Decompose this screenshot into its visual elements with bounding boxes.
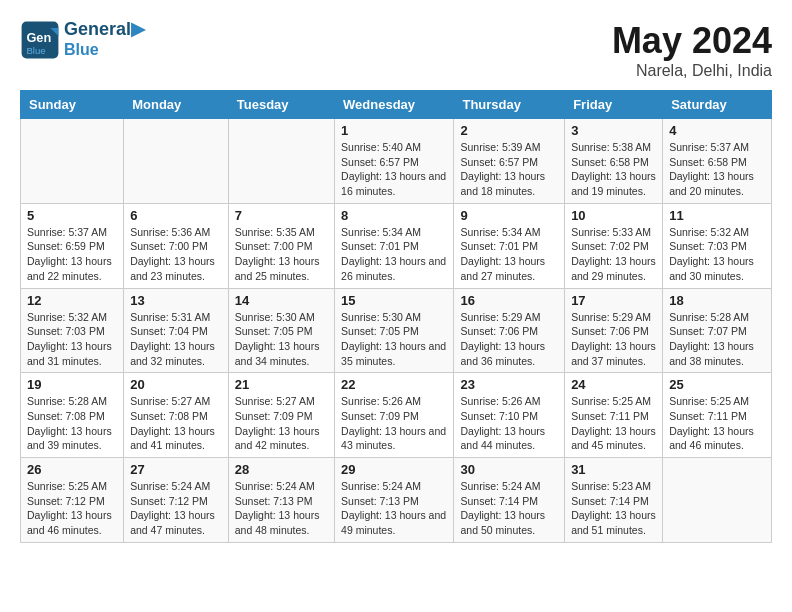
day-number: 6 xyxy=(130,208,222,223)
day-number: 20 xyxy=(130,377,222,392)
calendar-day-cell xyxy=(124,119,229,204)
day-number: 27 xyxy=(130,462,222,477)
day-number: 28 xyxy=(235,462,328,477)
calendar-week-row: 19Sunrise: 5:28 AMSunset: 7:08 PMDayligh… xyxy=(21,373,772,458)
day-number: 25 xyxy=(669,377,765,392)
calendar-week-row: 1Sunrise: 5:40 AMSunset: 6:57 PMDaylight… xyxy=(21,119,772,204)
calendar-day-cell: 5Sunrise: 5:37 AMSunset: 6:59 PMDaylight… xyxy=(21,203,124,288)
day-number: 10 xyxy=(571,208,656,223)
day-number: 21 xyxy=(235,377,328,392)
day-sun-info: Sunrise: 5:29 AMSunset: 7:06 PMDaylight:… xyxy=(571,310,656,369)
calendar-day-cell: 26Sunrise: 5:25 AMSunset: 7:12 PMDayligh… xyxy=(21,458,124,543)
calendar-day-cell: 25Sunrise: 5:25 AMSunset: 7:11 PMDayligh… xyxy=(663,373,772,458)
day-sun-info: Sunrise: 5:28 AMSunset: 7:08 PMDaylight:… xyxy=(27,394,117,453)
day-sun-info: Sunrise: 5:37 AMSunset: 6:59 PMDaylight:… xyxy=(27,225,117,284)
calendar-day-cell: 19Sunrise: 5:28 AMSunset: 7:08 PMDayligh… xyxy=(21,373,124,458)
day-sun-info: Sunrise: 5:25 AMSunset: 7:11 PMDaylight:… xyxy=(669,394,765,453)
day-number: 30 xyxy=(460,462,558,477)
day-sun-info: Sunrise: 5:26 AMSunset: 7:10 PMDaylight:… xyxy=(460,394,558,453)
calendar-day-cell xyxy=(663,458,772,543)
calendar-day-cell: 2Sunrise: 5:39 AMSunset: 6:57 PMDaylight… xyxy=(454,119,565,204)
day-number: 1 xyxy=(341,123,447,138)
calendar-header-row: SundayMondayTuesdayWednesdayThursdayFrid… xyxy=(21,91,772,119)
day-number: 31 xyxy=(571,462,656,477)
calendar-day-cell: 7Sunrise: 5:35 AMSunset: 7:00 PMDaylight… xyxy=(228,203,334,288)
calendar-day-cell: 30Sunrise: 5:24 AMSunset: 7:14 PMDayligh… xyxy=(454,458,565,543)
calendar-day-cell: 23Sunrise: 5:26 AMSunset: 7:10 PMDayligh… xyxy=(454,373,565,458)
day-sun-info: Sunrise: 5:34 AMSunset: 7:01 PMDaylight:… xyxy=(460,225,558,284)
day-number: 4 xyxy=(669,123,765,138)
logo-icon: Gen Blue xyxy=(20,20,60,60)
day-number: 3 xyxy=(571,123,656,138)
calendar-day-cell: 17Sunrise: 5:29 AMSunset: 7:06 PMDayligh… xyxy=(565,288,663,373)
day-number: 12 xyxy=(27,293,117,308)
day-sun-info: Sunrise: 5:32 AMSunset: 7:03 PMDaylight:… xyxy=(27,310,117,369)
day-sun-info: Sunrise: 5:23 AMSunset: 7:14 PMDaylight:… xyxy=(571,479,656,538)
calendar-day-cell: 8Sunrise: 5:34 AMSunset: 7:01 PMDaylight… xyxy=(335,203,454,288)
day-number: 19 xyxy=(27,377,117,392)
day-sun-info: Sunrise: 5:25 AMSunset: 7:11 PMDaylight:… xyxy=(571,394,656,453)
day-sun-info: Sunrise: 5:39 AMSunset: 6:57 PMDaylight:… xyxy=(460,140,558,199)
calendar-day-cell xyxy=(21,119,124,204)
day-sun-info: Sunrise: 5:36 AMSunset: 7:00 PMDaylight:… xyxy=(130,225,222,284)
day-number: 15 xyxy=(341,293,447,308)
calendar-day-cell: 1Sunrise: 5:40 AMSunset: 6:57 PMDaylight… xyxy=(335,119,454,204)
day-of-week-header: Thursday xyxy=(454,91,565,119)
day-of-week-header: Saturday xyxy=(663,91,772,119)
calendar-day-cell: 31Sunrise: 5:23 AMSunset: 7:14 PMDayligh… xyxy=(565,458,663,543)
day-number: 17 xyxy=(571,293,656,308)
day-sun-info: Sunrise: 5:34 AMSunset: 7:01 PMDaylight:… xyxy=(341,225,447,284)
logo-text: General▶ Blue xyxy=(64,20,145,60)
day-sun-info: Sunrise: 5:24 AMSunset: 7:13 PMDaylight:… xyxy=(341,479,447,538)
calendar-day-cell: 11Sunrise: 5:32 AMSunset: 7:03 PMDayligh… xyxy=(663,203,772,288)
day-of-week-header: Sunday xyxy=(21,91,124,119)
calendar-table: SundayMondayTuesdayWednesdayThursdayFrid… xyxy=(20,90,772,543)
calendar-day-cell: 15Sunrise: 5:30 AMSunset: 7:05 PMDayligh… xyxy=(335,288,454,373)
calendar-week-row: 26Sunrise: 5:25 AMSunset: 7:12 PMDayligh… xyxy=(21,458,772,543)
calendar-day-cell: 16Sunrise: 5:29 AMSunset: 7:06 PMDayligh… xyxy=(454,288,565,373)
calendar-day-cell: 20Sunrise: 5:27 AMSunset: 7:08 PMDayligh… xyxy=(124,373,229,458)
day-number: 22 xyxy=(341,377,447,392)
day-number: 9 xyxy=(460,208,558,223)
day-sun-info: Sunrise: 5:37 AMSunset: 6:58 PMDaylight:… xyxy=(669,140,765,199)
location-subtitle: Narela, Delhi, India xyxy=(612,62,772,80)
day-of-week-header: Monday xyxy=(124,91,229,119)
page-header: Gen Blue General▶ Blue May 2024 Narela, … xyxy=(20,20,772,80)
logo: Gen Blue General▶ Blue xyxy=(20,20,145,60)
day-number: 5 xyxy=(27,208,117,223)
day-number: 18 xyxy=(669,293,765,308)
calendar-week-row: 12Sunrise: 5:32 AMSunset: 7:03 PMDayligh… xyxy=(21,288,772,373)
calendar-day-cell: 28Sunrise: 5:24 AMSunset: 7:13 PMDayligh… xyxy=(228,458,334,543)
day-sun-info: Sunrise: 5:26 AMSunset: 7:09 PMDaylight:… xyxy=(341,394,447,453)
day-of-week-header: Friday xyxy=(565,91,663,119)
day-number: 29 xyxy=(341,462,447,477)
calendar-day-cell: 22Sunrise: 5:26 AMSunset: 7:09 PMDayligh… xyxy=(335,373,454,458)
day-sun-info: Sunrise: 5:24 AMSunset: 7:12 PMDaylight:… xyxy=(130,479,222,538)
day-number: 24 xyxy=(571,377,656,392)
day-sun-info: Sunrise: 5:29 AMSunset: 7:06 PMDaylight:… xyxy=(460,310,558,369)
calendar-day-cell xyxy=(228,119,334,204)
day-number: 11 xyxy=(669,208,765,223)
calendar-day-cell: 10Sunrise: 5:33 AMSunset: 7:02 PMDayligh… xyxy=(565,203,663,288)
day-of-week-header: Wednesday xyxy=(335,91,454,119)
calendar-body: 1Sunrise: 5:40 AMSunset: 6:57 PMDaylight… xyxy=(21,119,772,543)
calendar-day-cell: 18Sunrise: 5:28 AMSunset: 7:07 PMDayligh… xyxy=(663,288,772,373)
calendar-day-cell: 27Sunrise: 5:24 AMSunset: 7:12 PMDayligh… xyxy=(124,458,229,543)
day-sun-info: Sunrise: 5:38 AMSunset: 6:58 PMDaylight:… xyxy=(571,140,656,199)
day-sun-info: Sunrise: 5:33 AMSunset: 7:02 PMDaylight:… xyxy=(571,225,656,284)
calendar-day-cell: 9Sunrise: 5:34 AMSunset: 7:01 PMDaylight… xyxy=(454,203,565,288)
day-number: 8 xyxy=(341,208,447,223)
day-number: 7 xyxy=(235,208,328,223)
month-year-title: May 2024 xyxy=(612,20,772,62)
calendar-day-cell: 14Sunrise: 5:30 AMSunset: 7:05 PMDayligh… xyxy=(228,288,334,373)
day-number: 26 xyxy=(27,462,117,477)
calendar-day-cell: 24Sunrise: 5:25 AMSunset: 7:11 PMDayligh… xyxy=(565,373,663,458)
day-number: 16 xyxy=(460,293,558,308)
title-area: May 2024 Narela, Delhi, India xyxy=(612,20,772,80)
calendar-day-cell: 3Sunrise: 5:38 AMSunset: 6:58 PMDaylight… xyxy=(565,119,663,204)
day-sun-info: Sunrise: 5:27 AMSunset: 7:08 PMDaylight:… xyxy=(130,394,222,453)
calendar-week-row: 5Sunrise: 5:37 AMSunset: 6:59 PMDaylight… xyxy=(21,203,772,288)
day-sun-info: Sunrise: 5:27 AMSunset: 7:09 PMDaylight:… xyxy=(235,394,328,453)
day-number: 13 xyxy=(130,293,222,308)
calendar-day-cell: 4Sunrise: 5:37 AMSunset: 6:58 PMDaylight… xyxy=(663,119,772,204)
